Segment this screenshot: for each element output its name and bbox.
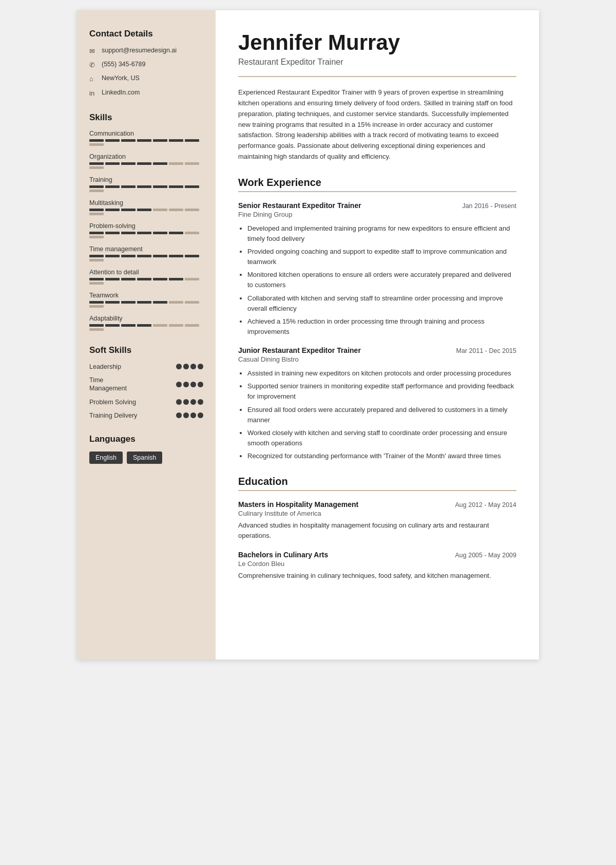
skill-segment-empty: [153, 209, 167, 211]
dot: [176, 399, 182, 405]
skill-item: Teamwork: [89, 292, 203, 308]
job-bullets: Assisted in training new expeditors on k…: [238, 368, 516, 461]
skill-segment-empty: [89, 259, 104, 261]
job-company: Casual Dining Bistro: [238, 355, 516, 363]
skill-segment-filled: [153, 232, 167, 234]
name-divider: [238, 76, 516, 77]
skill-bar: [89, 255, 203, 261]
skill-item: Time management: [89, 246, 203, 261]
dot: [176, 364, 182, 369]
skill-segment-filled: [105, 209, 120, 211]
skill-segment-filled: [137, 139, 151, 142]
skill-segment-filled: [169, 185, 183, 188]
skill-segment-filled: [169, 232, 183, 234]
dot-container: [176, 364, 203, 369]
contact-title: Contact Details: [89, 29, 203, 39]
job-bullet: Recognized for outstanding performance w…: [247, 451, 516, 461]
skill-name: Attention to detail: [89, 269, 203, 276]
job-date: Mar 2011 - Dec 2015: [456, 347, 516, 354]
skill-segment-empty: [185, 209, 199, 211]
dot: [190, 364, 196, 369]
skill-bar: [89, 232, 203, 238]
education-section: Education Masters in Hospitality Managem…: [238, 476, 516, 580]
dot: [198, 382, 203, 387]
edu-desc: Comprehensive training in culinary techn…: [238, 571, 516, 581]
skill-segment-empty: [89, 282, 104, 285]
education-entry: Bachelors in Culinary ArtsAug 2005 - May…: [238, 551, 516, 581]
soft-skill-item: Problem Solving: [89, 398, 203, 406]
candidate-name: Jennifer Murray: [238, 31, 516, 54]
edu-date: Aug 2012 - May 2014: [455, 501, 516, 509]
dot: [176, 382, 182, 387]
skill-segment-filled: [89, 209, 104, 211]
skill-segment-empty: [185, 324, 199, 327]
skill-segment-empty: [89, 190, 104, 192]
job-bullet: Collaborated with kitchen and serving st…: [247, 293, 516, 314]
skill-segment-empty: [89, 213, 104, 215]
candidate-title: Restaurant Expeditor Trainer: [238, 58, 516, 67]
dot-container: [176, 382, 203, 387]
dot: [183, 412, 189, 418]
language-tag: English: [89, 452, 123, 464]
dot: [198, 399, 203, 405]
job-company: Fine Dining Group: [238, 211, 516, 218]
soft-skills-title: Soft Skills: [89, 345, 203, 355]
skill-segment-filled: [185, 185, 199, 188]
skill-segment-empty: [169, 209, 183, 211]
skill-bar: [89, 301, 203, 308]
skill-segment-filled: [153, 139, 167, 142]
job-title: Senior Restaurant Expeditor Trainer: [238, 201, 361, 210]
skill-segment-filled: [89, 278, 104, 280]
resume-container: Contact Details ✉ support@resumedesign.a…: [77, 10, 539, 660]
dot: [190, 412, 196, 418]
linkedin-icon: in: [89, 89, 98, 98]
job-bullets: Developed and implemented training progr…: [238, 223, 516, 337]
skill-segment-empty: [89, 236, 104, 238]
skills-list: CommunicationOrganizationTrainingMultita…: [89, 130, 203, 331]
skill-segment-empty: [169, 162, 183, 165]
dot: [190, 382, 196, 387]
skill-segment-filled: [89, 185, 104, 188]
email-icon: ✉: [89, 47, 98, 56]
skill-segment-filled: [137, 209, 151, 211]
skill-segment-empty: [185, 232, 199, 234]
skill-segment-filled: [153, 255, 167, 257]
job-header: Senior Restaurant Expeditor TrainerJan 2…: [238, 201, 516, 210]
skill-item: Problem-solving: [89, 222, 203, 238]
skill-segment-filled: [169, 139, 183, 142]
skill-segment-filled: [105, 162, 120, 165]
skill-segment-filled: [121, 139, 136, 142]
education-list: Masters in Hospitality ManagementAug 201…: [238, 500, 516, 580]
skill-bar: [89, 162, 203, 169]
skill-name: Teamwork: [89, 292, 203, 299]
language-tag: Spanish: [127, 452, 162, 464]
skill-name: Organization: [89, 153, 203, 160]
skill-item: Adaptability: [89, 315, 203, 331]
soft-skill-name: Leadership: [89, 363, 176, 371]
soft-skill-item: Leadership: [89, 363, 203, 371]
location-icon: ⌂: [89, 74, 98, 84]
main-content: Jennifer Murray Restaurant Expeditor Tra…: [216, 10, 539, 660]
job-bullet: Monitored kitchen operations to ensure a…: [247, 270, 516, 290]
job-date: Jan 2016 - Present: [462, 202, 516, 210]
skill-segment-filled: [121, 324, 136, 327]
skill-segment-filled: [185, 139, 199, 142]
contact-linkedin: in LinkedIn.com: [89, 88, 203, 98]
skill-name: Time management: [89, 246, 203, 253]
jobs-list: Senior Restaurant Expeditor TrainerJan 2…: [238, 201, 516, 462]
sidebar: Contact Details ✉ support@resumedesign.a…: [77, 10, 216, 660]
skill-segment-empty: [153, 324, 167, 327]
edu-school: Le Cordon Bleu: [238, 560, 516, 568]
skill-bar: [89, 185, 203, 192]
skill-name: Adaptability: [89, 315, 203, 322]
summary-text: Experienced Restaurant Expeditor Trainer…: [238, 87, 516, 162]
soft-skill-name: Training Delivery: [89, 411, 176, 420]
soft-skill-name: Problem Solving: [89, 398, 176, 406]
skill-segment-filled: [105, 324, 120, 327]
languages-title: Languages: [89, 434, 203, 444]
job-bullet: Ensured all food orders were accurately …: [247, 405, 516, 425]
skill-segment-empty: [89, 166, 104, 169]
edu-school: Culinary Institute of America: [238, 510, 516, 517]
skill-item: Communication: [89, 130, 203, 146]
dot-container: [176, 399, 203, 405]
